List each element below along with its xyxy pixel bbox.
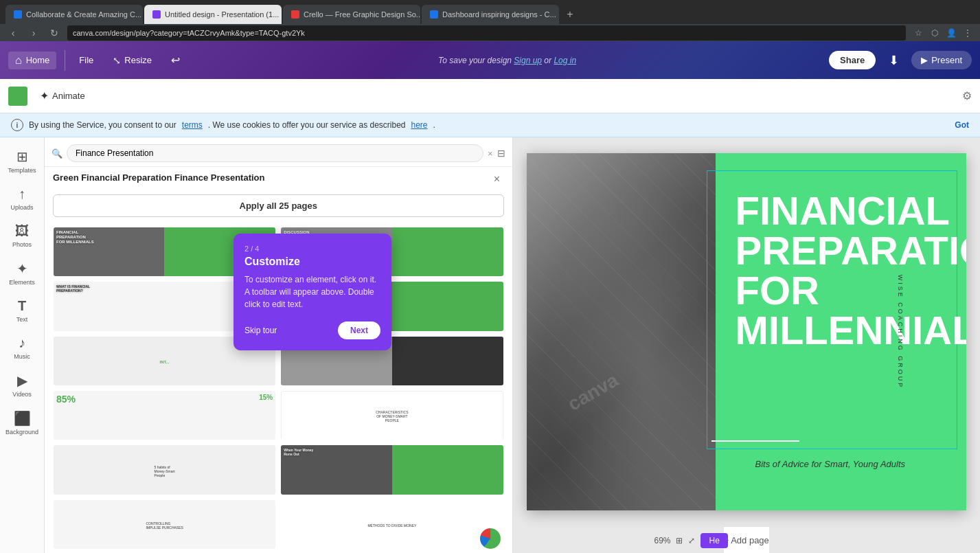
- vertical-text: WISE COACHING GROUP: [898, 275, 904, 390]
- cookie-bar: i By using the Service, you consent to o…: [0, 113, 980, 137]
- tool-right: ⚙: [962, 89, 972, 102]
- forward-button[interactable]: ›: [26, 25, 41, 41]
- template-thumb-10[interactable]: When Your MoneyRuns Out: [280, 444, 503, 495]
- app-sidebar: ⊞ Templates ↑ Uploads 🖼 Photos ✦ Element…: [0, 137, 45, 553]
- add-page-button[interactable]: + Add page: [724, 535, 769, 545]
- info-icon: i: [11, 119, 23, 131]
- app-header: ⌂ Home File ⤡ Resize ↩ To save your desi…: [0, 41, 980, 79]
- fullscreen-icon[interactable]: ⤢: [688, 536, 695, 545]
- bookmark-icon[interactable]: ☆: [911, 26, 925, 40]
- menu-icon[interactable]: ⋮: [961, 26, 975, 40]
- cookie-period: .: [433, 120, 435, 130]
- sidebar-label-templates: Templates: [8, 167, 36, 174]
- canvas-wrapper: canva FINANCIAL PREPARATION FOR MILLENNI…: [513, 137, 981, 526]
- sidebar-item-music[interactable]: ♪ Music: [2, 330, 42, 365]
- animate-button[interactable]: ✦ Animate: [34, 87, 91, 105]
- url-bar[interactable]: canva.com/design/play?category=tACZCrvyA…: [67, 25, 906, 41]
- canvas-slide[interactable]: canva FINANCIAL PREPARATION FOR MILLENNI…: [527, 153, 967, 510]
- share-button[interactable]: Share: [829, 51, 876, 69]
- template-thumb-7[interactable]: 85% 15%: [53, 390, 276, 440]
- tab-3[interactable]: Crello — Free Graphic Design So... ×: [283, 5, 420, 24]
- clear-search-icon[interactable]: ×: [488, 148, 493, 159]
- slide-separator-line: [711, 440, 799, 442]
- new-tab-button[interactable]: +: [560, 5, 580, 24]
- terms-link[interactable]: terms: [182, 120, 203, 130]
- monitor-icon: ▶: [921, 55, 928, 65]
- sidebar-item-videos[interactable]: ▶ Videos: [2, 367, 42, 403]
- main-layout: ⊞ Templates ↑ Uploads 🖼 Photos ✦ Element…: [0, 137, 980, 553]
- tab-1[interactable]: Collaborate & Create Amazing C... ×: [5, 5, 143, 24]
- tab-4-favicon: [430, 10, 438, 19]
- elements-icon: ✦: [16, 260, 28, 277]
- home-icon: ⌂: [15, 54, 22, 67]
- apply-all-button[interactable]: Apply all 25 pages: [53, 194, 504, 217]
- resize-button[interactable]: ⤡ Resize: [107, 52, 157, 69]
- grid-view-icon[interactable]: ⊞: [676, 536, 683, 545]
- templates-icon: ⊞: [16, 148, 28, 165]
- tooltip-popup: 2 / 4 Customize To customize an element,…: [233, 234, 391, 350]
- videos-icon: ▶: [17, 372, 27, 389]
- template-title: Green Financial Preparation Finance Pres…: [53, 172, 490, 184]
- template-thumb-11[interactable]: CONTROLLINGIMPULSE PURCHASES: [53, 499, 276, 550]
- tab-1-favicon: [14, 10, 22, 19]
- got-button[interactable]: Got: [955, 120, 969, 130]
- here-link[interactable]: here: [411, 120, 428, 130]
- tab-3-label: Crello — Free Graphic Design So...: [304, 10, 420, 19]
- cookie-mid-text: . We use cookies to offer you our servic…: [208, 120, 406, 130]
- title-line-2: PREPARATION: [736, 231, 934, 271]
- profile-icon[interactable]: 👤: [944, 26, 958, 40]
- signup-link[interactable]: Sign up: [514, 56, 542, 65]
- tooltip-title: Customize: [244, 256, 380, 268]
- slide-photo-half: canva: [527, 153, 725, 510]
- tab-4[interactable]: Dashboard inspiring designs - C... ×: [422, 5, 559, 24]
- sidebar-item-text[interactable]: T Text: [2, 293, 42, 328]
- header-divider-1: [65, 50, 65, 71]
- template-thumb-12[interactable]: METHODS TO DIVIDE MONEY: [280, 499, 503, 550]
- login-link[interactable]: Log in: [554, 56, 576, 65]
- slide-title-block: FINANCIAL PREPARATION FOR MILLENNIALS: [711, 170, 958, 357]
- next-button[interactable]: Next: [338, 321, 380, 339]
- sidebar-item-background[interactable]: ⬛ Background: [2, 405, 42, 441]
- search-icon: 🔍: [52, 148, 62, 159]
- sidebar-item-uploads[interactable]: ↑ Uploads: [2, 181, 42, 216]
- sidebar-item-elements[interactable]: ✦ Elements: [2, 255, 42, 291]
- photos-icon: 🖼: [15, 223, 29, 239]
- resize-icon: ⤡: [113, 55, 121, 66]
- tab-bar: Collaborate & Create Amazing C... × Unti…: [0, 0, 980, 24]
- resize-label: Resize: [124, 55, 152, 65]
- skip-tour-button[interactable]: Skip tour: [244, 321, 277, 339]
- template-close-button[interactable]: ×: [490, 172, 504, 186]
- search-input[interactable]: [67, 144, 483, 162]
- present-button[interactable]: ▶ Present: [911, 51, 972, 69]
- sidebar-label-elements: Elements: [9, 279, 35, 286]
- back-button[interactable]: ‹: [5, 25, 21, 41]
- sidebar-item-photos[interactable]: 🖼 Photos: [2, 218, 42, 253]
- home-button[interactable]: ⌂ Home: [8, 52, 56, 69]
- extensions-icon[interactable]: ⬡: [928, 26, 942, 40]
- template-thumb-9[interactable]: 5 habits ofMoney-SmartPeople: [53, 444, 276, 495]
- header-right: Share ⬇ ▶ Present: [829, 49, 972, 71]
- color-swatch[interactable]: [8, 87, 27, 106]
- help-button[interactable]: He: [700, 533, 727, 548]
- slide-subtitle: Bits of Advice for Smart, Young Adults: [755, 459, 905, 469]
- address-bar: ‹ › ↻ canva.com/design/play?category=tAC…: [0, 24, 980, 41]
- reload-button[interactable]: ↻: [47, 25, 62, 41]
- sidebar-item-templates[interactable]: ⊞ Templates: [2, 143, 42, 179]
- filter-icon[interactable]: ⊟: [497, 148, 505, 159]
- tooltip-actions: Skip tour Next: [244, 321, 380, 339]
- file-button[interactable]: File: [73, 52, 99, 68]
- tab-2[interactable]: Untitled design - Presentation (1... ×: [144, 5, 282, 24]
- tab-2-favicon: [152, 10, 161, 19]
- sidebar-label-background: Background: [5, 429, 38, 436]
- undo-button[interactable]: ↩: [166, 51, 185, 69]
- filter-icon[interactable]: ⚙: [962, 89, 972, 102]
- sidebar-label-music: Music: [14, 353, 30, 360]
- present-label: Present: [931, 55, 962, 65]
- download-button[interactable]: ⬇: [882, 49, 904, 71]
- music-icon: ♪: [19, 335, 25, 351]
- canvas-area: canva FINANCIAL PREPARATION FOR MILLENNI…: [513, 137, 981, 553]
- template-thumb-8[interactable]: CHARACTERISTICSOF MONEY-SMARTPEOPLE: [280, 390, 503, 440]
- zoom-level: 69%: [654, 536, 670, 545]
- header-center: To save your design Sign up or Log in: [194, 56, 821, 65]
- url-text: canva.com/design/play?category=tACZCrvyA…: [73, 29, 305, 37]
